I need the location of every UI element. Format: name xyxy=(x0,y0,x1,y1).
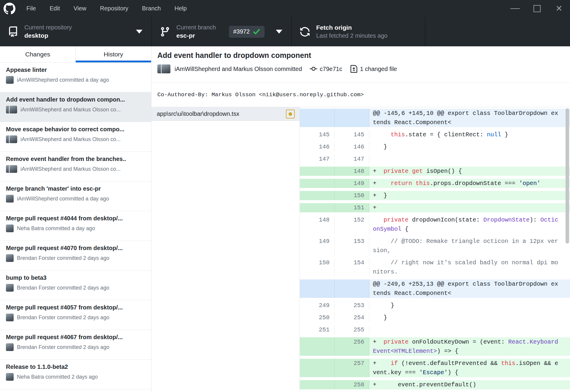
window-controls: ✕ xyxy=(504,0,570,17)
menu-item-help[interactable]: Help xyxy=(168,0,194,17)
code-line: + private get isOpen() { xyxy=(369,167,570,176)
minimize-icon xyxy=(510,8,520,9)
avatar xyxy=(6,254,14,262)
repository-label: Current repository xyxy=(24,24,72,31)
branch-label: Current branch xyxy=(176,24,216,31)
new-line-number: 254 xyxy=(335,313,369,322)
commit-item-meta-text: iAmWillShepherd and Markus Olsson co... xyxy=(20,107,121,113)
pr-status-badge: #3972 xyxy=(229,26,265,38)
new-line-number: 152 xyxy=(335,215,369,234)
avatar xyxy=(6,343,14,351)
commit-list-item[interactable]: Merge pull request #4057 from desktop/..… xyxy=(0,300,151,330)
old-line-number xyxy=(300,179,335,188)
fetch-origin-button[interactable]: Fetch origin Last fetched 2 minutes ago xyxy=(292,17,425,46)
check-icon xyxy=(253,28,260,36)
scrollbar-thumb[interactable] xyxy=(566,108,569,244)
commit-item-meta-text: Brendan Forster committed 2 days ago xyxy=(17,285,109,291)
commit-item-title: Add event handler to dropdown compon... xyxy=(6,96,145,103)
title-bar: FileEditViewRepositoryBranchHelp ✕ xyxy=(0,0,570,17)
old-line-number: 148 xyxy=(300,215,335,234)
repo-icon xyxy=(8,26,18,37)
toolbar-spacer xyxy=(425,17,570,46)
menu-item-view[interactable]: View xyxy=(67,0,93,17)
commit-meta: iAmWillShepherd and Markus Olsson commit… xyxy=(157,64,570,73)
menu-item-file[interactable]: File xyxy=(20,0,43,17)
commit-item-title: Remove event handler from the branches.. xyxy=(6,156,145,162)
commit-header: Add event handler to dropdown component … xyxy=(151,46,570,83)
commit-item-meta-text: Brendan Forster committed 2 days ago xyxy=(17,314,109,321)
close-icon: ✕ xyxy=(555,4,562,13)
commit-item-meta: iAmWillShepherd and Markus Olsson co... xyxy=(6,106,145,113)
code-line: this.state = { clientRect: null } xyxy=(369,130,570,139)
close-button[interactable]: ✕ xyxy=(548,0,570,17)
avatar xyxy=(6,195,14,203)
diff-row-context: 146146 } xyxy=(300,141,570,153)
diff-row-added: 151+ xyxy=(300,202,570,214)
avatar xyxy=(6,135,17,143)
minimize-button[interactable] xyxy=(504,0,526,17)
commit-list-item[interactable]: Appease linteriAmWillShepherd committed … xyxy=(0,63,151,92)
menu-item-repository[interactable]: Repository xyxy=(93,0,135,17)
diff-row-context: 251255 xyxy=(300,324,570,336)
commit-list-item[interactable]: Merge pull request #4070 from desktop/..… xyxy=(0,241,151,271)
commit-list-item[interactable]: Merge pull request #4067 from desktop/..… xyxy=(0,330,151,360)
new-line-number xyxy=(335,109,369,127)
avatar xyxy=(6,373,14,381)
diff-row-hunk: @@ -249,6 +253,13 @@ export class Toolba… xyxy=(300,278,570,299)
commit-item-meta: Neha Batra committed a day ago xyxy=(6,225,145,232)
commit-item-meta-text: Neha Batra committed 2 days ago xyxy=(17,374,98,380)
avatar xyxy=(6,76,14,84)
old-line-number xyxy=(300,337,335,356)
code-line: + private onFoldoutKeyDown = (event: Rea… xyxy=(369,337,570,356)
commit-list-item[interactable]: Add event handler to dropdown compon...i… xyxy=(0,92,151,122)
old-line-number: 150 xyxy=(300,258,335,276)
commit-list-item[interactable]: Remove event handler from the branches..… xyxy=(0,152,151,181)
commit-description: Co-Authored-By: Markus Olsson <niik@user… xyxy=(151,83,570,107)
commit-list-item[interactable]: Release to 1.1.0-beta2Neha Batra committ… xyxy=(0,360,151,389)
file-list-item[interactable]: app\src\ui\toolbar\dropdown.tsx xyxy=(151,107,300,121)
maximize-button[interactable] xyxy=(526,0,548,17)
code-line: @@ -249,6 +253,13 @@ export class Toolba… xyxy=(369,279,570,298)
code-line: } xyxy=(369,313,570,322)
avatar xyxy=(6,314,14,321)
github-logo-icon xyxy=(4,3,15,15)
diff-row-context: 145145 this.state = { clientRect: null } xyxy=(300,129,570,141)
diff-rows: @@ -145,6 +145,10 @@ export class Toolba… xyxy=(300,107,570,391)
repository-switcher-button[interactable]: Current repository desktop xyxy=(0,17,152,46)
pr-number: #3972 xyxy=(233,28,250,35)
old-line-number xyxy=(300,359,335,377)
tab-history-label: History xyxy=(104,51,123,58)
diff-row-added: 258+ event.preventDefault() xyxy=(300,379,570,391)
old-line-number: 250 xyxy=(300,313,335,322)
commit-list-item[interactable]: Merge branch 'master' into esc-priAmWill… xyxy=(0,181,151,211)
github-desktop-window: FileEditViewRepositoryBranchHelp ✕ Curre… xyxy=(0,0,570,392)
sync-icon xyxy=(300,26,310,37)
branch-name: esc-pr xyxy=(176,32,216,39)
commit-item-meta-text: iAmWillShepherd committed a day ago xyxy=(17,196,109,202)
code-line: @@ -145,6 +145,10 @@ export class Toolba… xyxy=(369,109,570,127)
commit-list-item[interactable]: Move escape behavior to correct compo...… xyxy=(0,122,151,152)
commit-item-meta-text: Brendan Forster committed 2 days ago xyxy=(17,344,109,350)
commit-item-title: Release to 1.1.0-beta2 xyxy=(6,363,145,370)
avatar xyxy=(6,225,14,232)
menu-item-edit[interactable]: Edit xyxy=(43,0,66,17)
new-line-number: 153 xyxy=(335,237,369,255)
commit-item-title: Merge pull request #4067 from desktop/..… xyxy=(6,334,145,341)
old-line-number: 249 xyxy=(300,301,335,310)
menu-item-branch[interactable]: Branch xyxy=(135,0,167,17)
code-line: + xyxy=(369,203,570,212)
commit-item-meta: iAmWillShepherd committed a day ago xyxy=(6,195,145,203)
sidebar-tabs: Changes History xyxy=(0,46,151,63)
code-line: + event.preventDefault() xyxy=(369,380,570,389)
commit-item-meta: Brendan Forster committed 2 days ago xyxy=(6,343,145,351)
new-line-number: 154 xyxy=(335,258,369,276)
tab-history[interactable]: History xyxy=(75,46,151,62)
branch-switcher-button[interactable]: Current branch esc-pr #3972 xyxy=(152,17,292,46)
diff-row-context: 148152 private dropdownIcon(state: Dropd… xyxy=(300,214,570,235)
new-line-number: 145 xyxy=(335,130,369,139)
commit-list-item[interactable]: bump to beta3Brendan Forster committed 2… xyxy=(0,271,151,300)
commit-list-item[interactable]: Merge pull request #4044 from desktop/..… xyxy=(0,211,151,241)
chevron-down-icon xyxy=(276,30,282,34)
tab-changes[interactable]: Changes xyxy=(0,46,75,62)
old-line-number xyxy=(300,109,335,127)
